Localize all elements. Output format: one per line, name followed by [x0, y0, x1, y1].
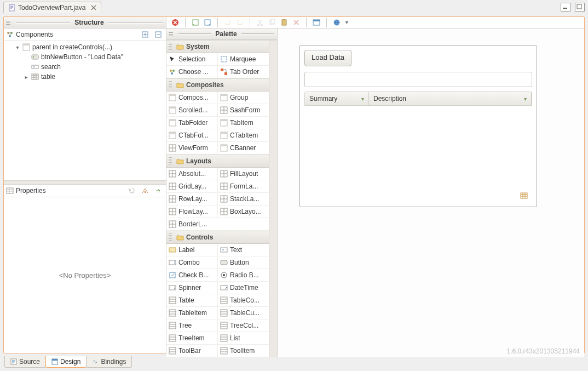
- palette-item[interactable]: ToolBar: [166, 345, 218, 357]
- table-body[interactable]: [304, 106, 532, 202]
- palette-item[interactable]: GridLay...: [166, 180, 218, 193]
- palette-item[interactable]: Combo: [166, 256, 218, 269]
- table-icon: [31, 73, 39, 80]
- search-field[interactable]: [304, 72, 532, 87]
- palette-item[interactable]: FormLa...: [218, 180, 269, 193]
- drag-handle-icon[interactable]: [169, 43, 172, 50]
- palette-item-label: Spinner: [178, 284, 201, 292]
- palette-item[interactable]: Table: [166, 294, 218, 307]
- palette-item[interactable]: TableItem: [166, 307, 218, 319]
- drag-handle-icon[interactable]: [169, 233, 172, 241]
- palette-item[interactable]: CTabItem: [218, 129, 269, 142]
- palette-item[interactable]: DateTime: [218, 282, 269, 294]
- tab-source[interactable]: Source: [4, 356, 46, 368]
- palette-item[interactable]: TabItem: [218, 117, 269, 129]
- column-summary[interactable]: Summary ▾: [305, 92, 369, 105]
- splitter[interactable]: [4, 180, 166, 185]
- palette-item[interactable]: FillLayout: [218, 168, 269, 180]
- design-form[interactable]: Load Data Summary ▾ Description ▾: [299, 45, 537, 207]
- goto-definition-button[interactable]: [153, 185, 164, 196]
- palette-category[interactable]: Composites: [166, 78, 277, 92]
- palette-item[interactable]: Text: [218, 244, 269, 256]
- palette-item[interactable]: Group: [218, 92, 269, 104]
- palette-item[interactable]: Choose ...: [166, 66, 218, 78]
- externalize-button[interactable]: [331, 17, 342, 28]
- palette-item[interactable]: TableCo...: [218, 294, 269, 307]
- tree-item-search[interactable]: search: [22, 62, 165, 72]
- palette-item[interactable]: SashForm: [218, 104, 269, 117]
- palette-item[interactable]: ToolItem: [218, 345, 269, 357]
- palette-item[interactable]: RowLay...: [166, 193, 218, 206]
- java-file-icon: [8, 4, 16, 12]
- palette-item-label: TreeItem: [178, 334, 205, 342]
- twisty-icon[interactable]: ▾: [15, 44, 20, 50]
- palette-item[interactable]: TableCu...: [218, 307, 269, 319]
- palette-item[interactable]: List: [218, 332, 269, 345]
- palette-item[interactable]: TabFolder: [166, 117, 218, 129]
- column-menu-icon[interactable]: ▾: [361, 96, 364, 102]
- palette-item[interactable]: Button: [218, 256, 269, 269]
- load-data-button[interactable]: Load Data: [304, 50, 351, 66]
- column-menu-icon[interactable]: ▾: [524, 96, 527, 102]
- component-tree[interactable]: ▾ parent in createControls(...) btnNewBu…: [4, 41, 166, 180]
- history-button[interactable]: [126, 185, 137, 196]
- palette-item[interactable]: BoxLayo...: [218, 206, 269, 218]
- palette-item[interactable]: ViewForm: [166, 142, 218, 155]
- palette-item[interactable]: TreeItem: [166, 332, 218, 345]
- palette-item[interactable]: CBanner: [218, 142, 269, 155]
- drag-handle-icon[interactable]: [169, 157, 172, 165]
- preview-button[interactable]: [311, 17, 322, 28]
- tree-root[interactable]: ▾ parent in createControls(...): [14, 42, 165, 52]
- palette-item[interactable]: TreeCol...: [218, 319, 269, 332]
- paste-button[interactable]: [279, 17, 290, 28]
- palette-item[interactable]: BorderL...: [166, 218, 269, 231]
- svg-rect-10: [32, 55, 38, 59]
- palette-item[interactable]: Absolut...: [166, 168, 218, 180]
- palette-item[interactable]: Scrolled...: [166, 104, 218, 117]
- svg-rect-82: [52, 359, 57, 361]
- delete-button[interactable]: [291, 17, 302, 28]
- tree-item-button[interactable]: btnNewButton - "Load Data": [22, 52, 165, 62]
- drag-handle-icon[interactable]: [169, 30, 173, 38]
- close-icon[interactable]: [91, 5, 96, 10]
- palette-item[interactable]: Tree: [166, 319, 218, 332]
- palette-category[interactable]: Layouts: [166, 155, 277, 168]
- test-button[interactable]: [202, 17, 213, 28]
- dropdown-arrow-icon[interactable]: ▼: [344, 20, 349, 25]
- design-canvas[interactable]: Load Data Summary ▾ Description ▾: [278, 28, 584, 357]
- palette-item[interactable]: FlowLay...: [166, 206, 218, 218]
- collapse-all-button[interactable]: [153, 29, 164, 40]
- expand-all-button[interactable]: [140, 29, 151, 40]
- palette-item[interactable]: Radio B...: [218, 269, 269, 282]
- palette-item[interactable]: Marquee: [218, 53, 269, 66]
- editor-tab-file[interactable]: TodoOverviewPart.java: [3, 2, 101, 13]
- palette-item[interactable]: Check B...: [166, 269, 218, 282]
- minimize-button[interactable]: [561, 3, 570, 12]
- tree-item-table[interactable]: ▸ table: [22, 72, 165, 82]
- palette-scrollbar[interactable]: [269, 41, 277, 357]
- error-icon[interactable]: [170, 17, 181, 28]
- drag-handle-icon[interactable]: [6, 18, 10, 27]
- palette-category[interactable]: Controls: [166, 231, 277, 244]
- maximize-button[interactable]: [575, 3, 585, 12]
- undo-button[interactable]: [222, 17, 233, 28]
- tab-design[interactable]: Design: [45, 356, 87, 368]
- goto-event-button[interactable]: [140, 185, 151, 196]
- palette-item[interactable]: Selection: [166, 53, 218, 66]
- palette-item[interactable]: Tab Order: [218, 66, 269, 78]
- drag-handle-icon[interactable]: [169, 81, 172, 89]
- redo-button[interactable]: [234, 17, 245, 28]
- twisty-icon[interactable]: ▸: [24, 74, 29, 80]
- palette-item[interactable]: CTabFol...: [166, 129, 218, 142]
- column-description[interactable]: Description ▾: [369, 92, 532, 105]
- cut-button[interactable]: [255, 17, 266, 28]
- refresh-button[interactable]: [190, 17, 201, 28]
- palette-item[interactable]: Spinner: [166, 282, 218, 294]
- tab-bindings[interactable]: Bindings: [86, 356, 132, 368]
- palette-item[interactable]: StackLa...: [218, 193, 269, 206]
- palette-item[interactable]: Compos...: [166, 92, 218, 104]
- copy-button[interactable]: [267, 17, 278, 28]
- palette-category[interactable]: System: [166, 40, 277, 53]
- palette-item-icon: [220, 182, 228, 190]
- palette-item[interactable]: Label: [166, 244, 218, 256]
